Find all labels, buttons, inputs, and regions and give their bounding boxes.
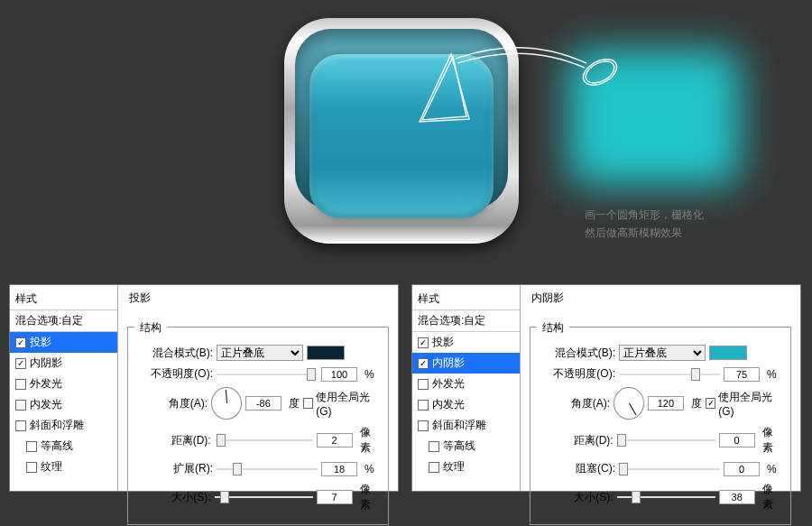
style-texture[interactable]: 纹理 <box>412 457 520 477</box>
spread-slider[interactable] <box>217 464 318 475</box>
blend-mode-select[interactable]: 正片叠底 <box>217 345 303 361</box>
styles-header: 样式 <box>10 289 117 309</box>
layer-style-dialog-2: 样式 混合选项:自定 投影 内阴影 外发光 内发光 斜面和浮雕 等高线 纹理 内… <box>411 284 801 492</box>
structure-label: 结构 <box>134 320 167 336</box>
blending-options[interactable]: 混合选项:自定 <box>412 309 520 332</box>
layer-style-dialog-1: 样式 混合选项:自定 投影 内阴影 外发光 内发光 斜面和浮雕 等高线 纹理 投… <box>9 284 399 492</box>
style-dropshadow[interactable]: 投影 <box>10 332 117 353</box>
arrow-scribble <box>415 36 641 153</box>
blend-mode-select[interactable]: 正片叠底 <box>619 345 706 361</box>
distance-input[interactable] <box>719 433 755 448</box>
color-swatch[interactable] <box>709 346 747 360</box>
divider <box>0 522 812 523</box>
size-slider[interactable] <box>617 492 715 503</box>
choke-slider[interactable] <box>619 464 720 475</box>
distance-slider[interactable] <box>215 435 313 446</box>
section-title: 投影 <box>127 291 389 311</box>
style-innershadow[interactable]: 内阴影 <box>10 353 117 374</box>
opacity-input[interactable] <box>724 367 760 382</box>
spread-input[interactable] <box>321 462 357 476</box>
distance-slider[interactable] <box>617 435 715 446</box>
size-input[interactable] <box>719 490 755 504</box>
angle-input[interactable] <box>245 396 281 411</box>
blending-options[interactable]: 混合选项:自定 <box>10 309 117 332</box>
style-bevel[interactable]: 斜面和浮雕 <box>10 415 117 436</box>
global-light-checkbox[interactable] <box>303 398 313 409</box>
style-bevel[interactable]: 斜面和浮雕 <box>412 415 520 436</box>
svg-point-1 <box>582 57 617 88</box>
distance-input[interactable] <box>317 433 353 448</box>
style-dropshadow[interactable]: 投影 <box>412 332 520 353</box>
style-outerglow[interactable]: 外发光 <box>10 374 117 394</box>
size-input[interactable] <box>317 490 353 504</box>
angle-dial[interactable] <box>614 387 644 420</box>
style-list: 样式 混合选项:自定 投影 内阴影 外发光 内发光 斜面和浮雕 等高线 纹理 <box>10 285 118 491</box>
angle-dial[interactable] <box>211 387 242 420</box>
opacity-input[interactable] <box>321 367 357 382</box>
section-title: 内阴影 <box>530 291 791 311</box>
style-contour[interactable]: 等高线 <box>10 436 117 457</box>
style-innerglow[interactable]: 内发光 <box>10 394 117 415</box>
opacity-slider[interactable] <box>217 369 318 380</box>
style-texture[interactable]: 纹理 <box>10 457 117 477</box>
size-slider[interactable] <box>215 492 313 503</box>
angle-input[interactable] <box>648 396 684 411</box>
opacity-slider[interactable] <box>619 369 720 380</box>
style-innerglow[interactable]: 内发光 <box>412 394 520 415</box>
svg-point-0 <box>579 54 622 90</box>
color-swatch[interactable] <box>307 346 345 360</box>
style-outerglow[interactable]: 外发光 <box>412 374 520 394</box>
style-list: 样式 混合选项:自定 投影 内阴影 外发光 内发光 斜面和浮雕 等高线 纹理 <box>412 285 521 491</box>
style-innershadow[interactable]: 内阴影 <box>412 353 520 374</box>
style-contour[interactable]: 等高线 <box>412 436 520 457</box>
instructions: 画一个圆角矩形，栅格化 然后做高斯模糊效果 <box>585 206 704 242</box>
global-light-checkbox[interactable] <box>706 398 715 409</box>
choke-input[interactable] <box>724 462 760 476</box>
